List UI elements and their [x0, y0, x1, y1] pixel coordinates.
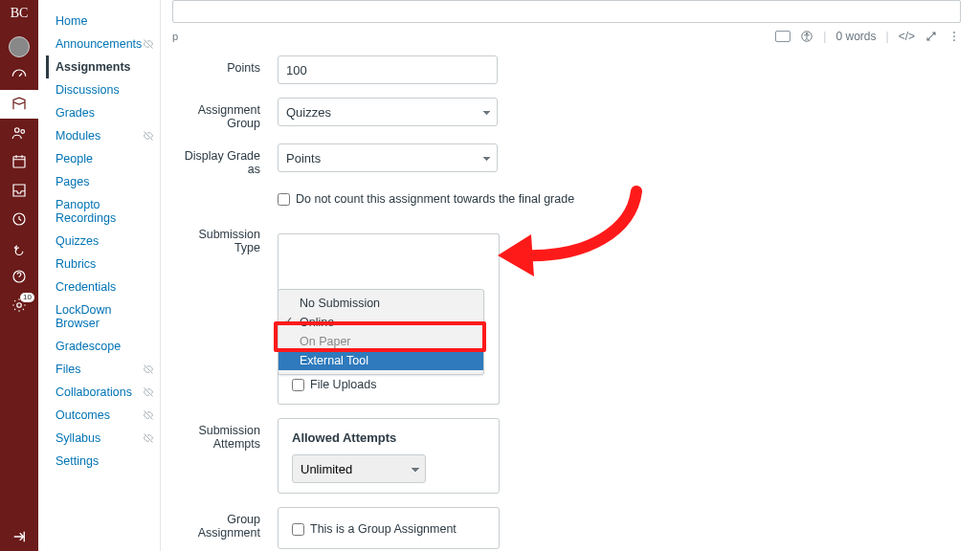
fullscreen-icon[interactable] [924, 30, 938, 43]
rte-editor-area[interactable] [172, 0, 961, 23]
assignment-group-select[interactable]: Quizzes [278, 98, 498, 126]
do-not-count-checkbox-row[interactable]: Do not count this assignment towards the… [278, 189, 574, 209]
hidden-icon [143, 364, 154, 378]
file-uploads-row[interactable]: File Uploads [292, 375, 485, 394]
global-nav-rail: BC 10 [0, 0, 38, 551]
svg-point-8 [953, 32, 955, 33]
nav-modules[interactable]: Modules [46, 124, 160, 147]
groups-icon[interactable] [0, 119, 38, 147]
display-grade-label: Display Grade as [172, 143, 278, 176]
svg-rect-2 [13, 157, 25, 167]
nav-discussions[interactable]: Discussions [46, 78, 160, 101]
allowed-attempts-panel: Allowed Attempts Unlimited [278, 418, 500, 494]
avatar [9, 36, 30, 57]
calendar-icon[interactable] [0, 147, 38, 176]
nav-assignments[interactable]: Assignments [46, 55, 160, 78]
allowed-attempts-title: Allowed Attempts [292, 430, 485, 445]
inbox-icon[interactable] [0, 176, 38, 205]
nav-lockdown[interactable]: LockDown Browser [46, 298, 160, 335]
courses-icon[interactable] [0, 90, 38, 119]
nav-announcements[interactable]: Announcements [46, 33, 160, 55]
allowed-attempts-select[interactable]: Unlimited [292, 454, 426, 483]
points-label: Points [172, 55, 278, 75]
option-online[interactable]: ✓Online [278, 313, 483, 332]
help-icon[interactable] [0, 262, 38, 291]
option-external-tool[interactable]: External Tool [278, 351, 483, 370]
institution-logo[interactable]: BC [11, 6, 29, 21]
option-on-paper[interactable]: On Paper [278, 332, 483, 351]
hidden-icon [143, 432, 154, 447]
svg-point-5 [17, 303, 22, 308]
points-input[interactable] [278, 55, 498, 84]
group-assignment-label: Group Assignment [172, 507, 278, 540]
nav-quizzes[interactable]: Quizzes [46, 230, 160, 253]
do-not-count-checkbox[interactable] [278, 193, 290, 206]
nav-credentials[interactable]: Credentials [46, 276, 160, 298]
collapse-nav-icon[interactable] [0, 522, 38, 551]
history-icon[interactable] [0, 205, 38, 233]
nav-settings[interactable]: Settings [46, 450, 160, 473]
nav-rubrics[interactable]: Rubrics [46, 253, 160, 276]
keyboard-shortcuts-icon[interactable] [775, 31, 791, 42]
assignment-group-label: Assignment Group [172, 98, 278, 130]
word-count[interactable]: 0 words [835, 30, 876, 43]
file-uploads-checkbox[interactable] [292, 379, 304, 391]
group-assignment-panel: This is a Group Assignment [278, 507, 500, 549]
nav-people[interactable]: People [46, 147, 160, 170]
hidden-icon [143, 130, 154, 144]
group-assignment-checkbox[interactable] [292, 523, 304, 536]
nav-grades[interactable]: Grades [46, 101, 160, 124]
nav-outcomes[interactable]: Outcomes [46, 404, 160, 427]
nav-files[interactable]: Files [46, 358, 160, 381]
group-assignment-row[interactable]: This is a Group Assignment [292, 519, 485, 539]
nav-collaborations[interactable]: Collaborations [46, 381, 160, 404]
nav-gradescope[interactable]: Gradescope [46, 335, 160, 358]
do-not-count-label: Do not count this assignment towards the… [296, 192, 574, 206]
submission-type-label: Submission Type [172, 222, 278, 254]
course-nav: Home Announcements Assignments Discussio… [38, 0, 161, 551]
svg-point-7 [807, 33, 809, 34]
nav-syllabus[interactable]: Syllabus [46, 427, 160, 450]
more-options-icon[interactable] [947, 30, 961, 43]
rte-element-path[interactable]: p [172, 31, 178, 42]
hidden-icon [143, 386, 154, 401]
resources-icon[interactable]: 10 [0, 291, 38, 320]
dashboard-icon[interactable] [0, 61, 38, 90]
submission-attempts-label: Submission Attempts [172, 418, 278, 451]
rte-statusbar: p | 0 words | </> [172, 27, 961, 46]
accessibility-checker-icon[interactable] [800, 30, 813, 43]
svg-point-1 [21, 130, 25, 134]
nav-pages[interactable]: Pages [46, 170, 160, 193]
hidden-icon [143, 409, 154, 424]
svg-point-9 [953, 35, 955, 37]
badge-count: 10 [20, 293, 34, 302]
option-no-submission[interactable]: No Submission [278, 294, 483, 313]
html-editor-toggle[interactable]: </> [899, 30, 915, 43]
nav-home[interactable]: Home [46, 10, 160, 33]
display-grade-select[interactable]: Points [278, 143, 498, 172]
account-menu[interactable] [0, 33, 38, 61]
hidden-icon [143, 38, 154, 53]
svg-point-0 [15, 128, 20, 133]
submission-type-dropdown-menu: No Submission ✓Online On Paper External … [278, 289, 484, 375]
nav-panopto[interactable]: Panopto Recordings [46, 193, 160, 230]
svg-point-10 [953, 39, 955, 41]
commons-icon[interactable] [0, 233, 38, 262]
assignment-edit-form: p | 0 words | </> Points Assignment Grou… [161, 0, 980, 551]
